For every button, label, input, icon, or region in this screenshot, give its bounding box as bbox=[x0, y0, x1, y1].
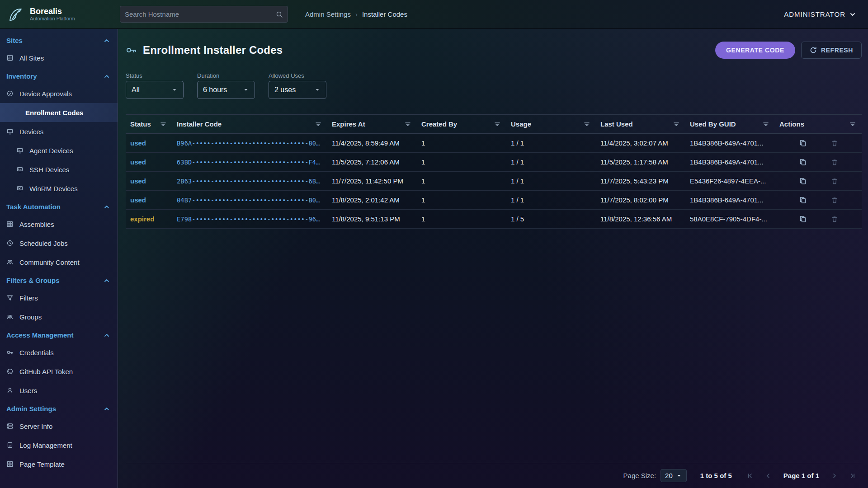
sidebar-section-admin-settings[interactable]: Admin Settings bbox=[0, 400, 118, 417]
sidebar-item-users[interactable]: Users bbox=[0, 381, 118, 400]
filter-icon[interactable] bbox=[315, 121, 322, 128]
delete-code-button[interactable] bbox=[830, 139, 839, 148]
device-approvals-icon bbox=[6, 90, 14, 97]
filter-select-allowed-uses[interactable]: 2 uses bbox=[269, 81, 326, 99]
sidebar-item-label: Device Approvals bbox=[19, 90, 72, 98]
column-label: Installer Code bbox=[177, 120, 222, 128]
sidebar-item-ssh-devices[interactable]: SSH Devices bbox=[0, 160, 118, 179]
sidebar-item-label: WinRM Devices bbox=[29, 185, 78, 192]
breadcrumb-installer-codes[interactable]: Installer Codes bbox=[362, 10, 407, 18]
usage-cell: 1 / 1 bbox=[506, 139, 596, 147]
users-icon bbox=[6, 387, 14, 394]
agent-devices-icon bbox=[16, 147, 24, 154]
sidebar-item-community-content[interactable]: Community Content bbox=[0, 253, 118, 272]
sidebar-section-label: Filters & Groups bbox=[6, 277, 60, 284]
page-indicator: Page 1 of 1 bbox=[783, 472, 819, 479]
expires-at-cell: 11/7/2025, 11:42:50 PM bbox=[327, 177, 417, 185]
assemblies-icon bbox=[6, 221, 14, 228]
sidebar-section-label: Access Management bbox=[6, 331, 73, 339]
sidebar-item-groups[interactable]: Groups bbox=[0, 307, 118, 326]
brand: Borealis Automation Platform bbox=[0, 5, 118, 24]
app-subtitle: Automation Platform bbox=[30, 16, 75, 21]
status-cell: expired bbox=[126, 215, 172, 223]
log-management-icon bbox=[6, 441, 14, 449]
sidebar-item-scheduled-jobs[interactable]: Scheduled Jobs bbox=[0, 234, 118, 253]
column-header-expires-at: Expires At bbox=[327, 120, 417, 128]
filters-row: StatusAllDuration6 hoursAllowed Uses2 us… bbox=[126, 72, 862, 99]
layout: SitesAll SitesInventoryDevice ApprovalsE… bbox=[0, 29, 868, 488]
created-by-cell: 1 bbox=[417, 196, 506, 204]
sidebar-item-server-info[interactable]: Server Info bbox=[0, 417, 118, 436]
filter-value: 6 hours bbox=[203, 86, 227, 94]
chevron-up-icon bbox=[103, 277, 110, 284]
topbar: Borealis Automation Platform Admin Setti… bbox=[0, 0, 868, 29]
page-size-select[interactable]: 20 bbox=[660, 469, 687, 482]
sidebar-item-label: Agent Devices bbox=[29, 147, 73, 155]
sidebar-item-all-sites[interactable]: All Sites bbox=[0, 48, 118, 67]
chevron-down-icon bbox=[243, 87, 249, 93]
sidebar-item-filters[interactable]: Filters bbox=[0, 288, 118, 307]
delete-code-button[interactable] bbox=[830, 158, 839, 167]
refresh-button[interactable]: REFRESH bbox=[801, 42, 862, 59]
column-label: Expires At bbox=[332, 120, 365, 128]
row-range: 1 to 5 of 5 bbox=[700, 472, 732, 479]
expires-at-cell: 11/8/2025, 2:01:42 AM bbox=[327, 196, 417, 204]
sidebar-item-devices[interactable]: Devices bbox=[0, 122, 118, 141]
generate-code-button[interactable]: GENERATE CODE bbox=[715, 42, 795, 59]
sidebar-item-github-api-token[interactable]: GitHub API Token bbox=[0, 362, 118, 381]
filter-icon[interactable] bbox=[494, 121, 501, 128]
search-input[interactable] bbox=[125, 10, 276, 18]
expires-at-cell: 11/4/2025, 8:59:49 AM bbox=[327, 139, 417, 147]
usage-cell: 1 / 1 bbox=[506, 177, 596, 185]
table-row: used04B7-••••-••••-••••-••••-••••-••••-B… bbox=[126, 191, 862, 210]
filter-select-status[interactable]: All bbox=[126, 81, 184, 99]
filter-select-duration[interactable]: 6 hours bbox=[197, 81, 255, 99]
copy-code-button[interactable] bbox=[798, 196, 807, 205]
sidebar-item-assemblies[interactable]: Assemblies bbox=[0, 215, 118, 234]
user-menu[interactable]: ADMINISTRATOR bbox=[784, 10, 856, 18]
last-page-button[interactable] bbox=[848, 471, 857, 480]
sidebar-section-access-management[interactable]: Access Management bbox=[0, 326, 118, 343]
copy-code-button[interactable] bbox=[798, 158, 807, 167]
codes-table: StatusInstaller CodeExpires AtCreated By… bbox=[126, 114, 862, 488]
sidebar-item-enrollment-codes[interactable]: Enrollment Codes bbox=[0, 103, 118, 122]
installer-code-cell: B96A-••••-••••-••••-••••-••••-••••-80FD bbox=[172, 140, 327, 147]
sidebar-section-label: Inventory bbox=[6, 72, 37, 80]
column-header-installer-code: Installer Code bbox=[172, 120, 327, 128]
sidebar-item-agent-devices[interactable]: Agent Devices bbox=[0, 141, 118, 160]
actions-cell bbox=[775, 215, 862, 224]
user-name: ADMINISTRATOR bbox=[784, 10, 845, 18]
sidebar-section-inventory[interactable]: Inventory bbox=[0, 67, 118, 84]
filter-icon[interactable] bbox=[404, 121, 411, 128]
delete-code-button[interactable] bbox=[830, 196, 839, 205]
chevron-down-icon bbox=[849, 11, 856, 18]
sidebar-item-page-template[interactable]: Page Template bbox=[0, 455, 118, 474]
sidebar-item-log-management[interactable]: Log Management bbox=[0, 436, 118, 455]
sidebar-section-task-automation[interactable]: Task Automation bbox=[0, 198, 118, 215]
filter-icon[interactable] bbox=[673, 121, 680, 128]
hostname-search[interactable] bbox=[120, 6, 288, 23]
next-page-button[interactable] bbox=[830, 471, 839, 480]
prev-page-button[interactable] bbox=[764, 471, 773, 480]
filter-icon[interactable] bbox=[583, 121, 590, 128]
sidebar-section-sites[interactable]: Sites bbox=[0, 32, 118, 48]
copy-code-button[interactable] bbox=[798, 139, 807, 148]
sidebar-item-winrm-devices[interactable]: WinRM Devices bbox=[0, 179, 118, 198]
filter-icon[interactable] bbox=[762, 121, 769, 128]
copy-code-button[interactable] bbox=[798, 215, 807, 224]
breadcrumb-admin-settings[interactable]: Admin Settings bbox=[305, 10, 351, 18]
status-cell: used bbox=[126, 196, 172, 204]
delete-code-button[interactable] bbox=[830, 177, 839, 186]
sidebar-item-device-approvals[interactable]: Device Approvals bbox=[0, 84, 118, 103]
filter-icon[interactable] bbox=[160, 121, 167, 128]
installer-code-cell: E798-••••-••••-••••-••••-••••-••••-964B bbox=[172, 216, 327, 223]
filter-icon[interactable] bbox=[849, 121, 856, 128]
sidebar-item-credentials[interactable]: Credentials bbox=[0, 343, 118, 362]
sidebar-section-filters-groups[interactable]: Filters & Groups bbox=[0, 272, 118, 288]
page-size-value: 20 bbox=[665, 472, 673, 479]
copy-code-button[interactable] bbox=[798, 177, 807, 186]
delete-code-button[interactable] bbox=[830, 215, 839, 224]
column-header-last-used: Last Used bbox=[596, 120, 685, 128]
table-row: usedB96A-••••-••••-••••-••••-••••-••••-8… bbox=[126, 134, 862, 153]
first-page-button[interactable] bbox=[745, 471, 755, 480]
